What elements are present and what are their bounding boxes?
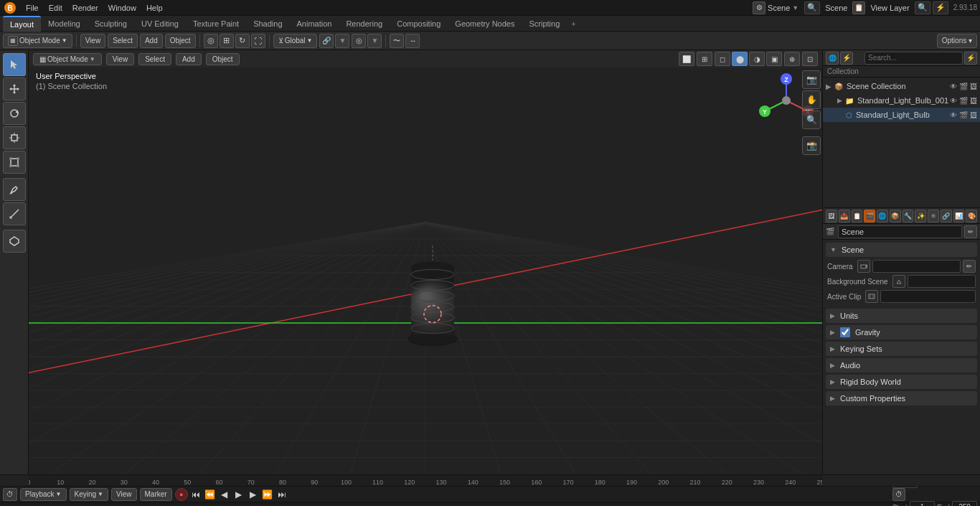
- tool-scale[interactable]: [3, 126, 26, 149]
- ws-tab-animation[interactable]: Animation: [290, 16, 339, 32]
- tl-jump-end-btn[interactable]: ⏭: [275, 488, 288, 501]
- vp-wireframe-btn[interactable]: ◻: [715, 52, 730, 66]
- menu-help[interactable]: Help: [142, 2, 167, 14]
- header-object-btn[interactable]: Object: [165, 34, 196, 48]
- units-section-header[interactable]: ▶ Units: [826, 309, 977, 323]
- tool-transform[interactable]: [3, 151, 26, 174]
- end-frame-input[interactable]: [952, 501, 977, 507]
- scale-icon-btn[interactable]: ⛶: [251, 34, 265, 48]
- vp-mode-selector[interactable]: ▦ Object Mode ▼: [33, 53, 102, 65]
- item1-camera-icon[interactable]: 🎬: [959, 111, 968, 119]
- item1-render-icon[interactable]: 🖼: [970, 111, 977, 119]
- item0-eye-icon[interactable]: 👁: [950, 97, 957, 105]
- rt-camera-btn[interactable]: 📷: [802, 70, 821, 89]
- icon-view-layer[interactable]: 📋: [852, 1, 865, 14]
- viewport[interactable]: ▦ Object Mode ▼ View Select Add Object ⬜…: [29, 50, 822, 474]
- ws-tab-scripting[interactable]: Scripting: [522, 16, 567, 32]
- rt-hand-btn[interactable]: ✋: [802, 90, 821, 109]
- tool-measure[interactable]: [3, 202, 26, 225]
- ws-tab-texture[interactable]: Texture Paint: [186, 16, 246, 32]
- tl-next-frame-btn[interactable]: ▶: [247, 488, 260, 501]
- vp-overlay-icon[interactable]: ⊞: [697, 52, 712, 66]
- outliner-search[interactable]: [864, 52, 963, 65]
- move-icon-btn[interactable]: ⊞: [220, 34, 234, 48]
- menu-render[interactable]: Render: [68, 2, 103, 14]
- rigid-body-header[interactable]: ▶ Rigid Body World: [826, 375, 977, 389]
- icon-search-top[interactable]: 🔍: [804, 1, 820, 14]
- viewport-canvas[interactable]: [29, 67, 822, 474]
- camera-icon-btn[interactable]: [857, 260, 870, 273]
- ws-tab-modeling[interactable]: Modeling: [41, 16, 88, 32]
- rt-zoom-btn[interactable]: 🔍: [802, 111, 821, 129]
- clock-icon[interactable]: ⏱: [892, 488, 905, 501]
- gravity-checkbox[interactable]: [840, 327, 850, 337]
- graph-btns[interactable]: 〜 ↔: [390, 34, 420, 48]
- vp-snap-toggle[interactable]: ⊡: [802, 52, 818, 66]
- cursor-icon-btn[interactable]: ◎: [204, 34, 218, 48]
- tl-prev-frame-btn[interactable]: ◀: [218, 488, 231, 501]
- tl-mode-icon[interactable]: ⏱: [3, 488, 17, 501]
- scene-selector[interactable]: ⚙ Scene ▼: [753, 1, 798, 14]
- props-tab-modifier[interactable]: 🔧: [903, 210, 914, 222]
- tool-add-object[interactable]: [3, 230, 26, 253]
- item0-camera-icon[interactable]: 🎬: [959, 97, 968, 105]
- proportional-btn[interactable]: ◎ ▼: [352, 34, 382, 48]
- props-tab-render[interactable]: 🖼: [826, 210, 837, 222]
- vp-add-btn[interactable]: Add: [176, 53, 202, 65]
- ws-tab-sculpting[interactable]: Sculpting: [88, 16, 134, 32]
- transform-orientation[interactable]: ⊻ Global ▼: [273, 34, 318, 48]
- icon-search-vl[interactable]: 🔍: [915, 1, 930, 14]
- active-clip-icon-btn[interactable]: [865, 290, 878, 303]
- ws-tab-geonodes[interactable]: Geometry Nodes: [448, 16, 522, 32]
- start-frame-input[interactable]: [910, 501, 935, 507]
- options-btn[interactable]: Options ▾: [937, 34, 977, 48]
- props-tab-world[interactable]: 🌐: [877, 210, 888, 222]
- tl-prev-keyframe-btn[interactable]: ⏪: [204, 488, 217, 501]
- outliner-item-1[interactable]: ⬡ Standard_Light_Bulb 👁 🎬 🖼: [823, 108, 980, 122]
- props-tab-constraints[interactable]: 🔗: [941, 210, 952, 222]
- outliner-item-0[interactable]: ▶ 📁 Standard_Light_Bulb_001 👁 🎬 🖼: [823, 93, 980, 108]
- item1-eye-icon[interactable]: 👁: [950, 111, 957, 119]
- item0-render-icon[interactable]: 🖼: [970, 97, 977, 105]
- camera-pencil-icon[interactable]: ✏: [963, 260, 976, 273]
- props-tab-output[interactable]: 📤: [839, 210, 850, 222]
- active-clip-value[interactable]: [880, 290, 976, 303]
- bg-scene-value[interactable]: [908, 275, 976, 288]
- camera-value[interactable]: [872, 260, 961, 273]
- rotate-icon-btn[interactable]: ↻: [235, 34, 250, 48]
- keying-sets-header[interactable]: ▶ Keying Sets: [826, 342, 977, 356]
- vp-view-btn[interactable]: View: [106, 53, 135, 65]
- view-btn[interactable]: View: [111, 488, 137, 501]
- playback-btn[interactable]: Playback ▼: [20, 488, 67, 501]
- props-tab-particles[interactable]: ✨: [915, 210, 926, 222]
- vp-object-btn[interactable]: Object: [206, 53, 240, 65]
- props-tab-physics[interactable]: ⚛: [928, 210, 939, 222]
- scene-section-header[interactable]: ▼ Scene: [826, 243, 977, 257]
- ws-tab-shading[interactable]: Shading: [246, 16, 289, 32]
- bg-scene-icon-btn[interactable]: [892, 275, 905, 288]
- scene-name-input[interactable]: [838, 225, 962, 238]
- vp-solid-btn[interactable]: ⬤: [732, 52, 748, 66]
- snap-btn[interactable]: 🔗 ▼: [319, 34, 349, 48]
- ws-tab-rendering[interactable]: Rendering: [339, 16, 390, 32]
- props-tab-object[interactable]: 📦: [890, 210, 901, 222]
- tool-rotate[interactable]: [3, 102, 26, 125]
- icon-filter[interactable]: ⚡: [933, 1, 948, 14]
- header-add-btn[interactable]: Add: [140, 34, 163, 48]
- props-tab-data[interactable]: 📊: [953, 210, 965, 222]
- tl-jump-start-btn[interactable]: ⏮: [189, 488, 202, 501]
- keying-btn[interactable]: Keying ▼: [70, 488, 109, 501]
- props-tab-scene[interactable]: 🎬: [864, 210, 875, 222]
- vp-render-btn[interactable]: ▣: [766, 52, 782, 66]
- ws-tab-layout[interactable]: Layout: [3, 16, 41, 32]
- header-select-btn[interactable]: Select: [108, 34, 138, 48]
- tl-record-btn[interactable]: ●: [175, 488, 188, 501]
- scene-camera-icon[interactable]: 🎬: [959, 83, 968, 90]
- vp-viewport-icon[interactable]: ⬜: [679, 52, 694, 66]
- props-tab-material[interactable]: 🎨: [966, 210, 977, 222]
- menu-window[interactable]: Window: [104, 2, 141, 14]
- ws-tab-add[interactable]: +: [567, 18, 580, 29]
- menu-edit[interactable]: Edit: [44, 2, 67, 14]
- vp-gizmo-toggle[interactable]: ⊕: [784, 52, 800, 66]
- ws-tab-compositing[interactable]: Compositing: [390, 16, 448, 32]
